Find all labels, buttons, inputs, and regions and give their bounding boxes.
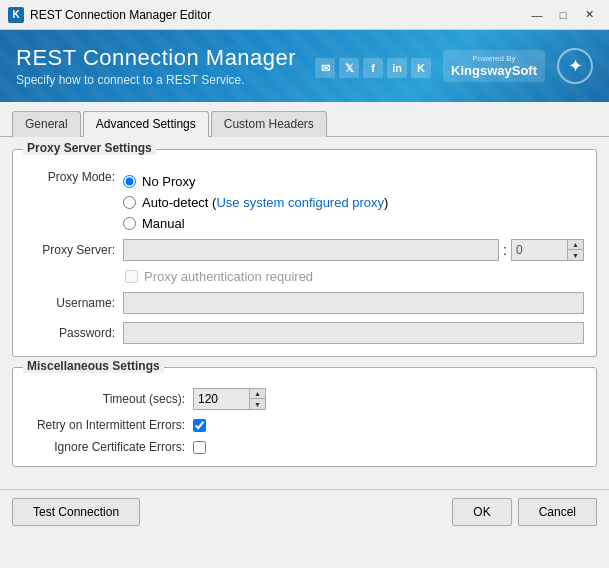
timeout-row: Timeout (secs): ▲ ▼ xyxy=(25,388,584,410)
tab-general[interactable]: General xyxy=(12,111,81,137)
password-input[interactable] xyxy=(123,322,584,344)
main-content: Proxy Server Settings Proxy Mode: No Pro… xyxy=(0,137,609,489)
twitter-icon[interactable]: 𝕏 xyxy=(339,58,359,78)
header-banner: REST Connection Manager Specify how to c… xyxy=(0,30,609,102)
radio-no-proxy-label: No Proxy xyxy=(142,174,195,189)
proxy-server-input-group: : ▲ ▼ xyxy=(123,239,584,261)
header-right: ✉ 𝕏 f in K Powered By KingswaySoft ✦ xyxy=(315,48,593,84)
port-down-button[interactable]: ▼ xyxy=(567,250,583,260)
timeout-spinbox-buttons: ▲ ▼ xyxy=(249,389,265,409)
port-spinbox-buttons: ▲ ▼ xyxy=(567,240,583,260)
auto-detect-link[interactable]: Use system configured proxy xyxy=(216,195,384,210)
proxy-mode-label: Proxy Mode: xyxy=(25,170,115,184)
timeout-down-button[interactable]: ▼ xyxy=(249,399,265,409)
username-label: Username: xyxy=(25,296,115,310)
radio-manual-input[interactable] xyxy=(123,217,136,230)
misc-section-title: Miscellaneous Settings xyxy=(23,359,164,373)
bottom-bar: Test Connection OK Cancel xyxy=(0,489,609,534)
window-controls: — □ ✕ xyxy=(525,4,601,26)
port-input[interactable] xyxy=(512,240,567,260)
email-icon[interactable]: ✉ xyxy=(315,58,335,78)
cancel-button[interactable]: Cancel xyxy=(518,498,597,526)
tab-custom-headers[interactable]: Custom Headers xyxy=(211,111,327,137)
proxy-server-label: Proxy Server: xyxy=(25,243,115,257)
k-icon[interactable]: K xyxy=(411,58,431,78)
username-row: Username: xyxy=(25,292,584,314)
timeout-up-button[interactable]: ▲ xyxy=(249,389,265,399)
proxy-server-input[interactable] xyxy=(123,239,499,261)
radio-no-proxy-input[interactable] xyxy=(123,175,136,188)
ok-cancel-buttons: OK Cancel xyxy=(452,498,597,526)
proxy-auth-checkbox[interactable] xyxy=(125,270,138,283)
header-subtitle: Specify how to connect to a REST Service… xyxy=(16,73,315,87)
window-title: REST Connection Manager Editor xyxy=(30,8,525,22)
retry-row: Retry on Intermittent Errors: xyxy=(25,418,584,432)
proxy-server-settings-group: Proxy Server Settings Proxy Mode: No Pro… xyxy=(12,149,597,357)
retry-label: Retry on Intermittent Errors: xyxy=(25,418,185,432)
radio-manual-label: Manual xyxy=(142,216,185,231)
timeout-spinbox: ▲ ▼ xyxy=(193,388,266,410)
password-label: Password: xyxy=(25,326,115,340)
header-title-area: REST Connection Manager Specify how to c… xyxy=(16,45,315,87)
ignore-cert-checkbox[interactable] xyxy=(193,441,206,454)
ks-logo: Powered By KingswaySoft xyxy=(443,50,545,82)
proxy-mode-options: No Proxy Auto-detect (Use system configu… xyxy=(123,174,388,231)
retry-checkbox[interactable] xyxy=(193,419,206,432)
radio-auto-detect-label: Auto-detect (Use system configured proxy… xyxy=(142,195,388,210)
close-button[interactable]: ✕ xyxy=(577,4,601,26)
proxy-auth-row: Proxy authentication required xyxy=(125,269,584,284)
timeout-input[interactable] xyxy=(194,389,249,409)
timeout-label: Timeout (secs): xyxy=(25,392,185,406)
proxy-auth-label[interactable]: Proxy authentication required xyxy=(125,269,313,284)
tabs-area: General Advanced Settings Custom Headers xyxy=(0,102,609,137)
header-title: REST Connection Manager xyxy=(16,45,315,71)
proxy-auth-text: Proxy authentication required xyxy=(144,269,313,284)
retry-checkbox-label[interactable] xyxy=(193,419,206,432)
password-row: Password: xyxy=(25,322,584,344)
maximize-button[interactable]: □ xyxy=(551,4,575,26)
radio-no-proxy[interactable]: No Proxy xyxy=(123,174,388,189)
title-bar: K REST Connection Manager Editor — □ ✕ xyxy=(0,0,609,30)
brand-icon: ✦ xyxy=(557,48,593,84)
test-connection-button[interactable]: Test Connection xyxy=(12,498,140,526)
username-input[interactable] xyxy=(123,292,584,314)
minimize-button[interactable]: — xyxy=(525,4,549,26)
ignore-cert-row: Ignore Certificate Errors: xyxy=(25,440,584,454)
proxy-section-title: Proxy Server Settings xyxy=(23,141,156,155)
radio-auto-detect[interactable]: Auto-detect (Use system configured proxy… xyxy=(123,195,388,210)
port-separator: : xyxy=(503,242,507,258)
app-icon: K xyxy=(8,7,24,23)
ignore-cert-checkbox-label[interactable] xyxy=(193,441,206,454)
proxy-server-row: Proxy Server: : ▲ ▼ xyxy=(25,239,584,261)
port-up-button[interactable]: ▲ xyxy=(567,240,583,250)
brand-name: KingswaySoft xyxy=(451,63,537,78)
facebook-icon[interactable]: f xyxy=(363,58,383,78)
social-icons: ✉ 𝕏 f in K xyxy=(315,58,431,78)
tab-advanced-settings[interactable]: Advanced Settings xyxy=(83,111,209,137)
port-spinbox: ▲ ▼ xyxy=(511,239,584,261)
proxy-mode-row: Proxy Mode: No Proxy Auto-detect (Use sy… xyxy=(25,170,584,231)
radio-auto-detect-input[interactable] xyxy=(123,196,136,209)
powered-by-label: Powered By xyxy=(472,54,515,63)
ignore-cert-label: Ignore Certificate Errors: xyxy=(25,440,185,454)
ok-button[interactable]: OK xyxy=(452,498,511,526)
linkedin-icon[interactable]: in xyxy=(387,58,407,78)
radio-manual[interactable]: Manual xyxy=(123,216,388,231)
misc-settings-group: Miscellaneous Settings Timeout (secs): ▲… xyxy=(12,367,597,467)
